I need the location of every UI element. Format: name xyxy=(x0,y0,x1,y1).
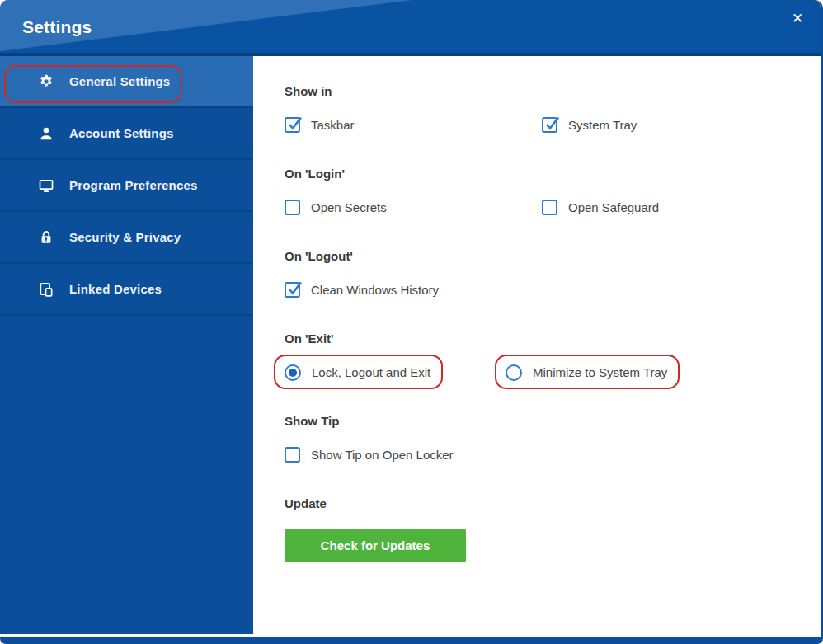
window-body: General Settings Account Settings Progra… xyxy=(0,56,821,634)
checkbox-show-tip-on-open-locker[interactable]: Show Tip on Open Locker xyxy=(285,446,454,463)
devices-icon xyxy=(38,281,54,298)
section-row: Show Tip on Open Locker xyxy=(285,446,821,463)
close-icon[interactable]: ✕ xyxy=(787,8,808,30)
section-row: Taskbar System Tray xyxy=(285,116,821,134)
section-heading-show-tip: Show Tip xyxy=(285,414,821,428)
checkbox-open-safeguard[interactable]: Open Safeguard xyxy=(542,199,659,216)
titlebar: Settings ✕ xyxy=(0,0,821,56)
checkbox-taskbar[interactable]: Taskbar xyxy=(285,116,355,134)
sidebar: General Settings Account Settings Progra… xyxy=(0,56,253,634)
sidebar-item-linked-devices[interactable]: Linked Devices xyxy=(0,264,253,316)
window-title: Settings xyxy=(22,17,92,37)
sidebar-item-general-settings[interactable]: General Settings xyxy=(0,56,253,108)
radio-button[interactable] xyxy=(506,364,522,381)
checkbox-label: Taskbar xyxy=(311,118,355,132)
sidebar-item-label: Linked Devices xyxy=(69,282,162,296)
checkbox-box[interactable] xyxy=(285,282,300,298)
section-row: Open Secrets Open Safeguard xyxy=(285,199,821,216)
user-icon xyxy=(38,125,54,142)
checkbox-box[interactable] xyxy=(285,447,300,463)
checkbox-clean-windows-history[interactable]: Clean Windows History xyxy=(285,281,439,298)
sidebar-item-label: General Settings xyxy=(69,74,170,88)
sidebar-item-label: Account Settings xyxy=(69,126,174,140)
gear-icon xyxy=(38,73,54,90)
sidebar-item-account-settings[interactable]: Account Settings xyxy=(0,108,253,160)
section-heading-on-exit: On 'Exit' xyxy=(285,331,821,346)
monitor-icon xyxy=(38,177,54,194)
checkbox-label: Open Secrets xyxy=(311,200,387,214)
section-heading-update: Update xyxy=(285,496,821,510)
section-row: Lock, Logout and Exit Minimize to System… xyxy=(285,364,821,381)
radio-lock-logout-exit[interactable]: Lock, Logout and Exit xyxy=(285,364,430,381)
section-row: Clean Windows History xyxy=(285,281,821,298)
checkbox-box[interactable] xyxy=(285,200,300,215)
lock-icon xyxy=(38,229,54,246)
checkbox-label: Show Tip on Open Locker xyxy=(311,448,454,462)
sidebar-item-program-preferences[interactable]: Program Preferences xyxy=(0,160,253,212)
checkbox-box[interactable] xyxy=(542,117,557,133)
radio-minimize-to-system-tray[interactable]: Minimize to System Tray xyxy=(506,364,667,381)
sidebar-item-label: Security & Privacy xyxy=(69,230,181,244)
radio-label: Minimize to System Tray xyxy=(533,365,667,379)
section-heading-on-login: On 'Login' xyxy=(285,167,821,181)
sidebar-item-label: Program Preferences xyxy=(69,178,198,192)
checkbox-label: System Tray xyxy=(568,118,637,132)
section-heading-on-logout: On 'Logout' xyxy=(285,249,821,263)
checkbox-system-tray[interactable]: System Tray xyxy=(542,116,637,134)
radio-label: Lock, Logout and Exit xyxy=(312,365,430,379)
checkbox-open-secrets[interactable]: Open Secrets xyxy=(285,199,387,216)
checkbox-box[interactable] xyxy=(542,200,557,215)
sidebar-item-security-privacy[interactable]: Security & Privacy xyxy=(0,212,253,264)
radio-button[interactable] xyxy=(285,364,301,381)
settings-window: Settings ✕ General Settings Account Sett… xyxy=(0,0,823,644)
checkbox-label: Clean Windows History xyxy=(311,283,439,297)
checkbox-label: Open Safeguard xyxy=(568,200,659,214)
checkbox-box[interactable] xyxy=(285,117,300,133)
general-settings-panel: Show in Taskbar System Tray On 'Login' O… xyxy=(253,56,821,634)
check-for-updates-button[interactable]: Check for Updates xyxy=(285,529,466,562)
section-heading-show-in: Show in xyxy=(285,84,821,98)
